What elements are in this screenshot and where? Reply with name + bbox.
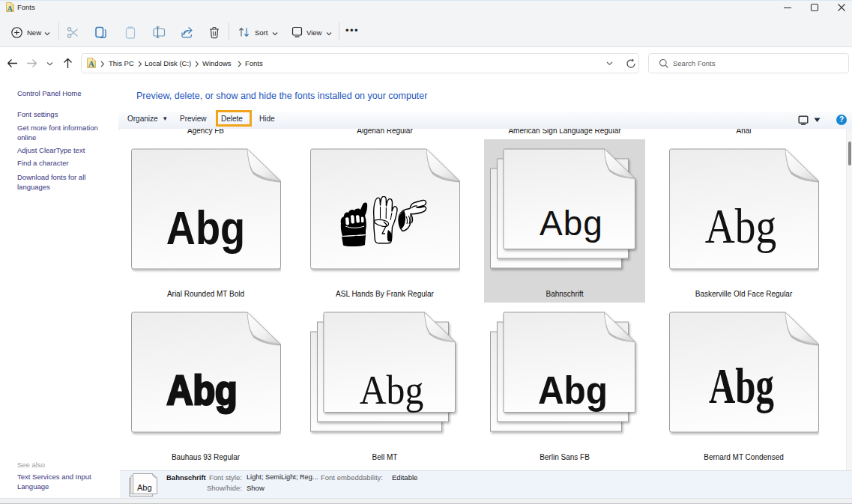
svg-text:A: A (88, 59, 94, 68)
svg-text:A: A (7, 4, 13, 13)
